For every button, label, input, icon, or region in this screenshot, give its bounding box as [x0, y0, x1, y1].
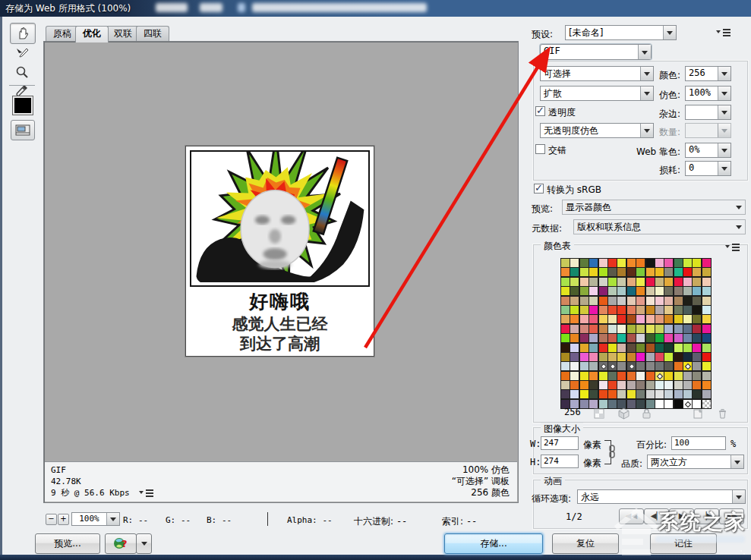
zoom-in-button[interactable]: + — [58, 514, 69, 525]
color-swatch[interactable] — [683, 277, 693, 287]
color-swatch[interactable] — [683, 305, 693, 315]
first-frame-button[interactable]: ◀◀ — [619, 508, 644, 524]
color-swatch[interactable] — [579, 314, 589, 324]
color-swatch[interactable] — [664, 343, 674, 353]
color-table-menu-icon[interactable] — [725, 243, 740, 252]
color-swatch[interactable] — [617, 380, 626, 390]
color-swatch[interactable] — [655, 380, 664, 390]
color-swatch[interactable] — [560, 371, 570, 381]
color-swatch[interactable] — [626, 343, 636, 353]
color-swatch[interactable] — [579, 277, 589, 287]
color-swatch[interactable] — [645, 286, 655, 296]
toggle-slices-visibility-button[interactable] — [11, 120, 35, 140]
color-swatch[interactable] — [607, 296, 617, 306]
color-swatch[interactable] — [626, 352, 636, 362]
color-swatch[interactable] — [607, 389, 617, 399]
color-swatch[interactable] — [636, 258, 645, 268]
color-swatch[interactable] — [607, 277, 617, 287]
color-swatch[interactable] — [617, 371, 626, 381]
color-swatch[interactable] — [655, 324, 664, 334]
color-swatch[interactable] — [645, 324, 655, 334]
zoom-level-arrow[interactable] — [106, 513, 119, 525]
preview-image[interactable]: 好嗨哦 感觉人生已经 到达了高潮 — [185, 146, 374, 357]
color-swatch[interactable] — [692, 305, 702, 315]
color-swatch[interactable] — [692, 380, 702, 390]
color-swatch[interactable] — [617, 305, 626, 315]
quality-select-arrow[interactable] — [730, 455, 743, 468]
color-swatch[interactable] — [645, 305, 655, 315]
color-swatch[interactable] — [607, 258, 617, 268]
color-swatch[interactable] — [655, 296, 664, 306]
color-swatch[interactable] — [617, 314, 626, 324]
color-swatch[interactable] — [636, 314, 645, 324]
color-swatch[interactable] — [588, 314, 598, 324]
color-swatch[interactable] — [692, 267, 702, 277]
color-swatch[interactable] — [636, 380, 645, 390]
matte-select[interactable] — [685, 105, 731, 120]
color-swatch[interactable] — [579, 267, 589, 277]
color-swatch[interactable] — [664, 258, 674, 268]
color-swatch[interactable] — [560, 361, 570, 371]
color-swatch[interactable] — [645, 343, 655, 353]
color-swatch[interactable] — [702, 333, 712, 343]
color-swatch[interactable] — [607, 305, 617, 315]
browser-select-arrow[interactable] — [136, 533, 152, 554]
color-swatch[interactable] — [645, 352, 655, 362]
color-swatch[interactable] — [588, 258, 598, 268]
color-swatch[interactable] — [626, 361, 636, 371]
color-swatch[interactable] — [692, 343, 702, 353]
color-swatch[interactable] — [607, 343, 617, 353]
color-swatch[interactable] — [579, 371, 589, 381]
transparency-checkbox[interactable] — [535, 106, 545, 116]
color-swatch[interactable] — [674, 352, 683, 362]
lossy-select[interactable]: 0 — [685, 161, 731, 176]
color-swatch[interactable] — [702, 277, 712, 287]
dither-amount-arrow[interactable] — [718, 87, 730, 100]
color-swatch[interactable] — [598, 277, 608, 287]
color-swatch[interactable] — [702, 343, 712, 353]
color-swatch[interactable] — [607, 371, 617, 381]
slice-select-tool-button[interactable] — [10, 44, 34, 61]
color-swatch[interactable] — [674, 361, 683, 371]
color-swatch[interactable] — [598, 296, 608, 306]
color-swatch[interactable] — [570, 258, 579, 268]
tab-4up[interactable]: 四联 — [136, 26, 169, 41]
color-swatch[interactable] — [683, 333, 693, 343]
color-swatch[interactable] — [570, 286, 579, 296]
color-swatch[interactable] — [645, 371, 655, 381]
color-swatch[interactable] — [692, 258, 702, 268]
color-swatch[interactable] — [588, 267, 598, 277]
format-select[interactable]: GIF — [540, 44, 652, 60]
remember-button[interactable]: 记住 — [650, 533, 717, 554]
color-swatch[interactable] — [655, 286, 664, 296]
reset-button[interactable]: 复位 — [552, 533, 619, 554]
color-swatch[interactable] — [607, 399, 617, 409]
next-frame-button[interactable]: ▕▶ — [694, 508, 719, 524]
colors-select-arrow[interactable] — [718, 67, 730, 80]
color-swatch[interactable] — [645, 296, 655, 306]
color-swatch[interactable] — [598, 343, 608, 353]
color-swatch[interactable] — [579, 286, 589, 296]
color-swatch[interactable] — [655, 333, 664, 343]
color-swatch[interactable] — [598, 352, 608, 362]
lock-color-icon[interactable] — [640, 407, 653, 420]
transparency-dither-select[interactable]: 无透明度仿色 — [540, 123, 654, 138]
color-swatch[interactable] — [617, 286, 626, 296]
color-swatch[interactable] — [570, 324, 579, 334]
color-swatch[interactable] — [655, 277, 664, 287]
play-button[interactable]: ▶ — [669, 508, 694, 524]
color-swatch[interactable] — [570, 296, 579, 306]
color-swatch[interactable] — [626, 286, 636, 296]
color-swatch[interactable] — [598, 333, 608, 343]
color-swatch[interactable] — [560, 305, 570, 315]
zoom-tool-button[interactable] — [10, 64, 34, 80]
color-swatch[interactable] — [664, 305, 674, 315]
color-swatch[interactable] — [570, 314, 579, 324]
color-swatch[interactable] — [579, 399, 589, 409]
preset-select[interactable]: [未命名] — [565, 25, 677, 40]
color-swatch[interactable] — [579, 258, 589, 268]
color-swatch[interactable] — [636, 343, 645, 353]
color-swatch[interactable] — [570, 305, 579, 315]
color-swatch[interactable] — [655, 352, 664, 362]
color-swatch[interactable] — [674, 371, 683, 381]
